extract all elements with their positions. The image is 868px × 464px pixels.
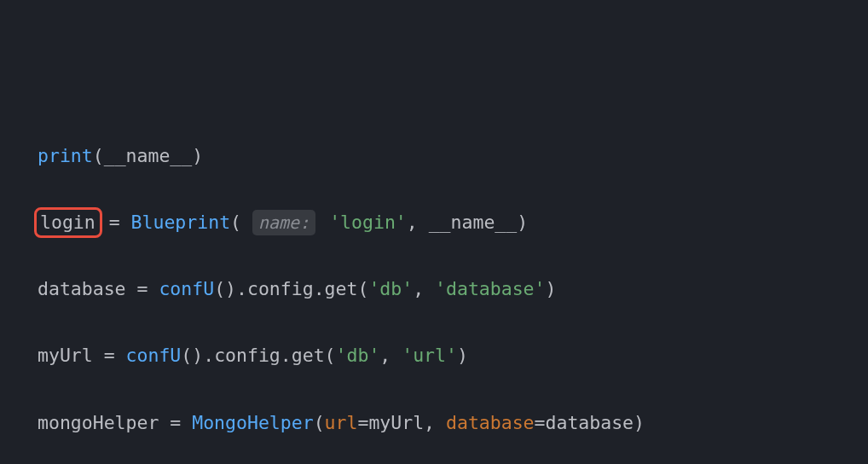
paren-close: ) (517, 212, 528, 233)
paren-open: ( (314, 412, 325, 433)
var-database: database (38, 278, 126, 299)
comma: , (424, 412, 446, 433)
comma: , (413, 278, 435, 299)
equals-sign: = (357, 412, 368, 433)
paren-open: ( (357, 278, 368, 299)
code-line-3[interactable]: database = confU().config.get('db', 'dat… (0, 272, 868, 305)
class-blueprint: Blueprint (131, 212, 231, 233)
equals-sign: = (535, 412, 546, 433)
string-database: 'database' (435, 278, 545, 299)
config-get: .config.get (203, 345, 324, 366)
code-line-2[interactable]: login = Blueprint( name: 'login', __name… (0, 206, 868, 239)
string-url: 'url' (402, 345, 457, 366)
comma: , (407, 212, 429, 233)
equals: = (93, 345, 126, 366)
dunder-name: __name__ (429, 212, 518, 233)
paren-open: ( (93, 145, 104, 166)
kwarg-database: database (446, 412, 535, 433)
param-hint-name: name: (252, 210, 315, 235)
call-confu: confU (126, 345, 182, 366)
paren-close: ) (192, 145, 203, 166)
config-get: .config.get (236, 278, 357, 299)
code-line-4[interactable]: myUrl = confU().config.get('db', 'url') (0, 339, 868, 372)
comma: , (379, 345, 402, 366)
var-login: login (40, 212, 95, 233)
equals: = (126, 278, 159, 299)
call-chain: () (181, 345, 203, 366)
kwarg-url: url (325, 412, 358, 433)
call-chain: () (214, 278, 236, 299)
dunder-name: __name__ (104, 145, 193, 166)
paren-open: ( (325, 345, 336, 366)
var-myurl: myUrl (38, 345, 93, 366)
paren-close: ) (634, 412, 645, 433)
code-line-1[interactable]: print(__name__) (0, 139, 868, 172)
equals: = (98, 212, 131, 233)
highlight-box-login-var: login (34, 207, 102, 238)
string-login: 'login' (329, 212, 407, 233)
paren-open: ( (230, 212, 241, 233)
string-db: 'db' (336, 345, 380, 366)
arg-database: database (546, 412, 634, 433)
class-mongohelper: MongoHelper (192, 412, 313, 433)
paren-close: ) (457, 345, 468, 366)
paren-close: ) (546, 278, 557, 299)
builtin-print: print (38, 145, 93, 166)
call-confu: confU (159, 278, 214, 299)
code-line-5[interactable]: mongoHelper = MongoHelper(url=myUrl, dat… (0, 406, 868, 439)
arg-myurl: myUrl (368, 412, 424, 433)
string-db: 'db' (368, 278, 413, 299)
equals: = (159, 412, 192, 433)
var-mongohelper: mongoHelper (38, 412, 159, 433)
